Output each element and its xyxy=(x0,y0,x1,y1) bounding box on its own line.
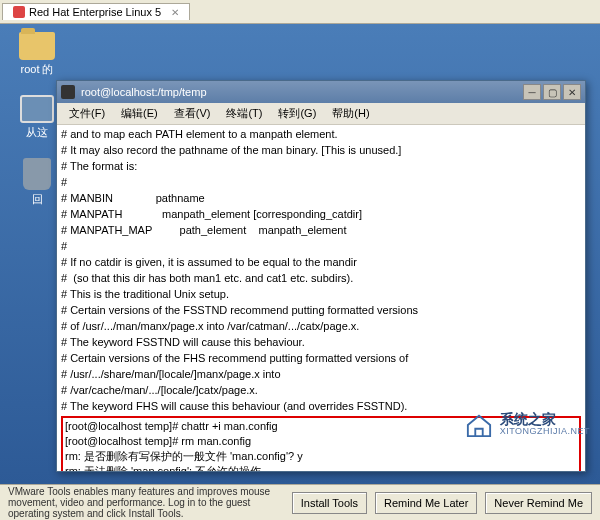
watermark-url: XITONGZHIJIA.NET xyxy=(500,425,590,437)
vmware-tools-message: VMware Tools enables many features and i… xyxy=(8,486,284,519)
vm-tab-title: Red Hat Enterprise Linux 5 xyxy=(29,6,161,18)
redhat-icon xyxy=(13,6,25,18)
watermark: 系统之家 XITONGZHIJIA.NET xyxy=(464,412,590,438)
window-title-bar[interactable]: root@localhost:/tmp/temp ─ ▢ ✕ xyxy=(57,81,585,103)
desktop-folder-icon[interactable]: root 的 xyxy=(12,32,62,77)
terminal-icon xyxy=(61,85,75,99)
vmware-tools-bar: VMware Tools enables many features and i… xyxy=(0,484,600,520)
menu-bar: 文件(F) 编辑(E) 查看(V) 终端(T) 转到(G) 帮助(H) xyxy=(57,103,585,125)
desktop-icon-label: 从这 xyxy=(26,125,48,140)
close-button[interactable]: ✕ xyxy=(563,84,581,100)
menu-go[interactable]: 转到(G) xyxy=(272,104,322,123)
install-tools-button[interactable]: Install Tools xyxy=(292,492,367,514)
vm-tab[interactable]: Red Hat Enterprise Linux 5 ✕ xyxy=(2,3,190,20)
desktop-icon-label: root 的 xyxy=(20,62,53,77)
close-tab-icon[interactable]: ✕ xyxy=(171,7,179,18)
window-title: root@localhost:/tmp/temp xyxy=(81,86,523,98)
menu-file[interactable]: 文件(F) xyxy=(63,104,111,123)
watermark-title: 系统之家 xyxy=(500,413,590,425)
maximize-button[interactable]: ▢ xyxy=(543,84,561,100)
house-icon xyxy=(464,412,494,438)
menu-terminal[interactable]: 终端(T) xyxy=(220,104,268,123)
guest-desktop: root 的 从这 回 root@localhost:/tmp/temp ─ ▢… xyxy=(0,24,600,484)
desktop-computer-icon[interactable]: 从这 xyxy=(12,95,62,140)
remind-later-button[interactable]: Remind Me Later xyxy=(375,492,477,514)
vm-tab-bar: Red Hat Enterprise Linux 5 ✕ xyxy=(0,0,600,24)
folder-icon xyxy=(19,32,55,60)
menu-help[interactable]: 帮助(H) xyxy=(326,104,375,123)
menu-edit[interactable]: 编辑(E) xyxy=(115,104,164,123)
minimize-button[interactable]: ─ xyxy=(523,84,541,100)
computer-icon xyxy=(20,95,54,123)
desktop-icons: root 的 从这 回 xyxy=(12,32,62,207)
never-remind-button[interactable]: Never Remind Me xyxy=(485,492,592,514)
desktop-trash-icon[interactable]: 回 xyxy=(12,158,62,207)
trash-icon xyxy=(23,158,51,190)
desktop-icon-label: 回 xyxy=(32,192,43,207)
menu-view[interactable]: 查看(V) xyxy=(168,104,217,123)
